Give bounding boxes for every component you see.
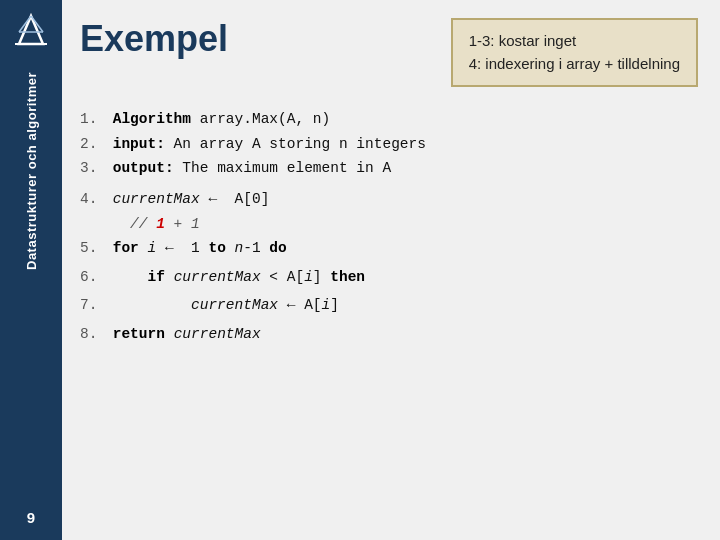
- info-box: 1-3: kostar inget 4: indexering i array …: [451, 18, 698, 87]
- code-line-5: 5. for i ← 1 to n-1 do: [80, 236, 698, 261]
- code-content-6: if currentMax < A[i] then: [104, 265, 365, 290]
- code-line-3: 3. output: The maximum element in A: [80, 156, 698, 181]
- code-content-5: for i ← 1 to n-1 do: [104, 236, 287, 261]
- page-title: Exempel: [80, 18, 451, 60]
- code-content-2: input: An array A storing n integers: [104, 132, 426, 157]
- line-num-7: 7.: [80, 293, 104, 318]
- code-line-4b: // 1 + 1: [80, 212, 698, 237]
- code-line-8: 8. return currentMax: [80, 322, 698, 347]
- line-num-4: 4.: [80, 187, 104, 212]
- line-num-2: 2.: [80, 132, 104, 157]
- info-line1: 1-3: kostar inget: [469, 30, 680, 53]
- code-content-3: output: The maximum element in A: [104, 156, 391, 181]
- line-num-4b: [80, 212, 104, 237]
- line-num-6: 6.: [80, 265, 104, 290]
- line-num-1: 1.: [80, 107, 104, 132]
- line-num-5: 5.: [80, 236, 104, 261]
- sidebar-label: Datastrukturer och algoritmer: [24, 72, 39, 270]
- code-content-4: currentMax ← A[0]: [104, 187, 269, 212]
- code-content-7: currentMax ← A[i]: [104, 293, 339, 318]
- code-line-7: 7. currentMax ← A[i]: [80, 293, 698, 318]
- code-comment: // 1 + 1: [104, 212, 200, 237]
- code-area: 1. Algorithm array.Max(A, n) 2. input: A…: [80, 107, 698, 522]
- code-line-6: 6. if currentMax < A[i] then: [80, 265, 698, 290]
- info-line2: 4: indexering i array + tilldelning: [469, 53, 680, 76]
- sidebar-logo: [9, 8, 53, 52]
- code-line-1: 1. Algorithm array.Max(A, n): [80, 107, 698, 132]
- line-num-8: 8.: [80, 322, 104, 347]
- header-row: Exempel 1-3: kostar inget 4: indexering …: [80, 18, 698, 87]
- code-line-2: 2. input: An array A storing n integers: [80, 132, 698, 157]
- main-content: Exempel 1-3: kostar inget 4: indexering …: [62, 0, 720, 540]
- page-number: 9: [27, 509, 35, 540]
- code-line-4: 4. currentMax ← A[0]: [80, 187, 698, 212]
- code-content-8: return currentMax: [104, 322, 261, 347]
- line-num-3: 3.: [80, 156, 104, 181]
- sidebar: Datastrukturer och algoritmer 9: [0, 0, 62, 540]
- code-content-1: Algorithm array.Max(A, n): [104, 107, 330, 132]
